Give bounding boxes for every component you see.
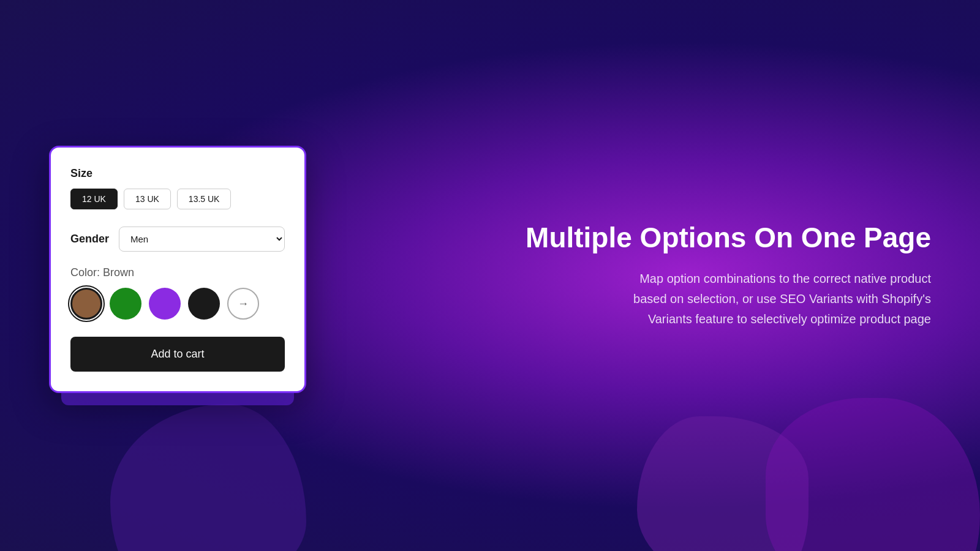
main-content: Size 12 UK 13 UK 13.5 UK Gender Men Wome… <box>0 0 980 551</box>
headline: Multiple Options On One Page <box>380 222 931 254</box>
card-shadow <box>61 393 294 405</box>
card-wrapper: Size 12 UK 13 UK 13.5 UK Gender Men Wome… <box>49 146 306 405</box>
color-selected-name: Brown <box>103 266 134 279</box>
color-section: Color: Brown → <box>70 266 285 320</box>
size-options: 12 UK 13 UK 13.5 UK <box>70 189 285 209</box>
arrow-icon: → <box>238 298 249 310</box>
color-label-text: Color: <box>70 266 100 279</box>
more-colors-arrow[interactable]: → <box>227 288 259 320</box>
color-swatches: → <box>70 288 285 320</box>
gender-label: Gender <box>70 233 109 246</box>
color-label: Color: Brown <box>70 266 285 279</box>
size-option-135uk[interactable]: 13.5 UK <box>177 189 232 209</box>
swatch-green[interactable] <box>110 288 141 320</box>
right-content: Multiple Options On One Page Map option … <box>380 222 931 329</box>
add-to-cart-button[interactable]: Add to cart <box>70 337 285 372</box>
size-label: Size <box>70 167 285 180</box>
swatch-brown[interactable] <box>70 288 102 320</box>
size-option-12uk[interactable]: 12 UK <box>70 189 118 209</box>
description: Map option combinations to the correct n… <box>612 269 931 329</box>
size-option-13uk[interactable]: 13 UK <box>124 189 171 209</box>
gender-select[interactable]: Men Women Unisex <box>119 227 285 252</box>
swatch-purple[interactable] <box>149 288 181 320</box>
gender-row: Gender Men Women Unisex <box>70 227 285 252</box>
swatch-black[interactable] <box>188 288 220 320</box>
product-card: Size 12 UK 13 UK 13.5 UK Gender Men Wome… <box>49 146 306 393</box>
